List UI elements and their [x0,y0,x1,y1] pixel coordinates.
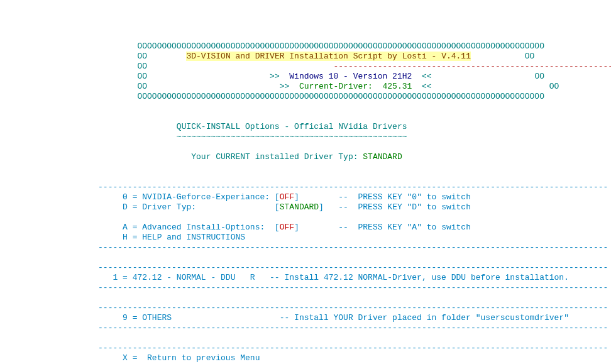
option-1: 1 = 472.12 - NORMAL - DDU R -- Install 4… [0,273,569,282]
option-d-value: STANDARD [280,202,319,212]
drv-label: Current-Driver: [299,82,383,91]
quick-install-title: QUICK-INSTALL Options - Official NVidia … [0,122,407,131]
drv-pre: >> [147,82,299,91]
border-bottom: OOOOOOOOOOOOOOOOOOOOOOOOOOOOOOOOOOOOOOOO… [0,92,544,101]
divider: ----------------------------------------… [0,182,608,192]
console-output: OOOOOOOOOOOOOOOOOOOOOOOOOOOOOOOOOOOOOOOO… [0,41,611,364]
current-driver-label: Your CURRENT installed Driver Typ: [0,152,363,162]
divider: ----------------------------------------… [0,343,608,353]
option-d-label: D = Driver Typ: [ [0,202,280,212]
os-version: Windows 10 - Version 21H2 [289,72,412,81]
drv-post: << [412,82,549,91]
os-post: << [412,72,534,81]
option-0-hint: ] -- PRESS KEY "0" to switch [294,192,471,202]
divider: ----------------------------------------… [0,283,608,292]
divider: ----------------------------------------… [0,263,608,272]
script-title: 3D-VISION and DRIVER Installation Script… [186,52,470,61]
oo-left: OO [0,52,147,61]
border-top: OOOOOOOOOOOOOOOOOOOOOOOOOOOOOOOOOOOOOOOO… [0,41,544,51]
oo-left: OO [0,62,147,71]
drv-version: 425.31 [383,82,412,91]
os-pre: >> [147,72,289,81]
quick-install-wave: ~~~~~~~~~~~~~~~~~~~~~~~~~~~~~~~~~~~~~~~~… [0,132,407,141]
title-underline: ----------------------------------------… [147,62,611,71]
option-d-hint: ] -- PRESS KEY "D" to switch [319,202,471,212]
option-a-value: OFF [280,223,294,232]
option-a-hint: ] -- PRESS KEY "A" to switch [294,223,471,232]
current-driver-value: STANDARD [363,152,402,162]
option-0-value: OFF [280,192,294,202]
oo-right: OO [549,82,559,91]
divider: ----------------------------------------… [0,303,608,312]
option-a-label: A = Advanced Install-Options: [ [0,223,280,232]
oo-right: OO [525,52,535,61]
option-h: H = HELP and INSTRUCTIONS [0,233,245,242]
oo-right: OO [534,72,544,81]
oo-left: OO [0,72,147,81]
divider: ----------------------------------------… [0,243,608,252]
divider: ----------------------------------------… [0,323,608,333]
option-9: 9 = OTHERS -- Install YOUR Driver placed… [0,313,569,323]
option-x: X = Return to previous Menu [0,353,260,363]
option-0-label: 0 = NVIDIA-Geforce-Experiance: [ [0,192,280,202]
oo-left: OO [0,82,147,91]
